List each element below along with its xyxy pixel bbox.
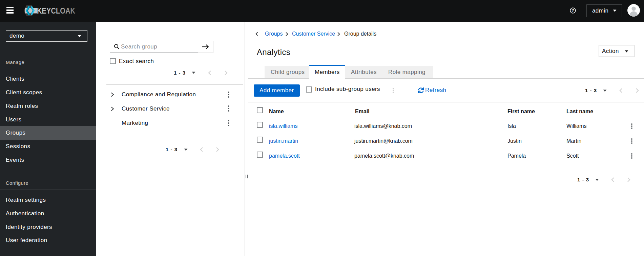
svg-text:KEYCLOAK: KEYCLOAK — [37, 6, 75, 15]
svg-text:?: ? — [572, 8, 574, 13]
